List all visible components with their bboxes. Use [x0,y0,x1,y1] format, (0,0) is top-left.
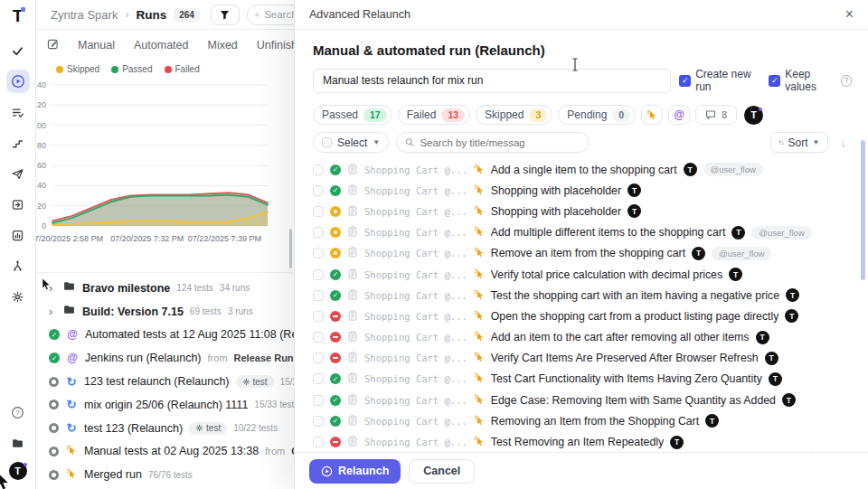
automated-filter-button[interactable]: @ [668,105,690,125]
branch-icon[interactable] [6,254,30,277]
breadcrumb-separator: › [125,8,128,21]
keep-values-checkbox[interactable]: ✓ Keep values ? [769,68,852,93]
manual-test-icon [474,434,485,450]
test-row[interactable]: Shopping Cart @...Add multiple different… [313,222,852,243]
tab-mixed[interactable]: Mixed [207,39,237,52]
from-label: from [208,353,228,363]
run-row[interactable]: ↻mix origin 25/06 (Relaunch) 111115/33 t… [36,393,294,417]
row-checkbox[interactable] [313,395,324,406]
row-checkbox[interactable] [313,332,324,343]
play-circle-icon[interactable] [6,70,30,93]
left-panel-scrollbar[interactable] [289,229,292,268]
download-arrow-icon[interactable]: ↓ [835,136,853,149]
milestone-row[interactable]: ›Build: Version 7.1569 tests3 runs [36,300,294,324]
cancel-button[interactable]: Cancel [409,459,475,484]
manual-filter-button[interactable] [641,105,663,125]
tab-manual[interactable]: Manual [78,39,115,52]
assignee-filter-avatar[interactable]: T [744,106,763,125]
folder-name: Bravo milestone [82,282,170,295]
run-row[interactable]: ✓@Automated tests at 12 Aug 2025 11:08 (… [36,324,294,347]
compose-icon[interactable] [47,37,59,53]
relaunch-refresh-icon: ↻ [65,376,78,388]
gear-icon[interactable] [6,285,30,308]
test-row[interactable]: ✓Shopping Cart @...Edge Case: Removing I… [313,390,852,410]
row-checkbox[interactable] [313,248,324,259]
user-avatar[interactable]: T [9,462,27,480]
test-title: Shopping with placeholder [491,184,621,197]
test-row[interactable]: ✓Shopping Cart @...Add a single item to … [313,159,852,180]
test-row[interactable]: ✓Shopping Cart @...Removing an Item from… [313,410,852,431]
folder-icon[interactable] [6,431,30,455]
tests-scrollbar[interactable] [861,140,865,280]
paper-plane-icon[interactable] [6,162,30,185]
create-new-run-checkbox[interactable]: ✓ Create new run [679,68,760,93]
run-row[interactable]: ✓@Jenkins run (Relaunch)fromRelease Run … [36,346,294,370]
row-checkbox[interactable] [313,311,324,322]
run-name-input[interactable] [313,69,671,93]
run-row[interactable]: Merged run76/76 tests [36,463,294,486]
status-neutral-icon [49,377,59,387]
row-checkbox[interactable] [313,185,324,196]
assignee-avatar: T [692,247,705,260]
report-icon[interactable] [6,223,30,247]
row-checkbox[interactable] [313,437,324,447]
status-passed-icon: ✓ [330,290,341,301]
select-dropdown[interactable]: Select ▼ [313,132,389,153]
folder-icon [62,279,76,296]
row-checkbox[interactable] [313,206,324,217]
test-row[interactable]: Shopping Cart @...Test Removing an Item … [313,431,852,452]
list-check-icon[interactable] [6,100,30,124]
app-logo[interactable]: T [13,7,24,24]
check-icon[interactable] [6,39,30,62]
status-filters: Passed17Failed13Skipped3Pending0 @ 8 T [313,105,852,125]
select-all-checkbox[interactable] [322,137,332,147]
test-row[interactable]: ✓Shopping Cart @...Test the shopping car… [313,285,852,306]
breadcrumb-current[interactable]: Runs [136,8,166,22]
test-row[interactable]: Shopping Cart @...Open the shopping cart… [313,306,852,326]
chevron-right-icon[interactable]: › [49,305,56,318]
filter-pending-button[interactable]: Pending0 [558,105,636,125]
sort-dropdown[interactable]: ↑↓ Sort ▼ [770,132,828,153]
row-checkbox[interactable] [313,290,324,301]
run-tag: test [236,375,274,388]
breadcrumb-brand[interactable]: Zyntra Spark [51,8,118,22]
comments-filter-button[interactable]: 8 [695,105,737,125]
relaunch-button[interactable]: Relaunch [309,459,401,484]
test-row[interactable]: Shopping Cart @...Shopping with placehol… [313,201,852,221]
filter-button[interactable] [211,5,240,25]
manual-test-icon [474,350,485,366]
row-checkbox[interactable] [313,353,324,363]
test-row[interactable]: ✓Shopping Cart @...Verify total price ca… [313,264,852,285]
milestone-row[interactable]: ›Bravo milestone124 tests34 runs [36,277,294,300]
close-icon[interactable]: × [845,7,854,22]
manual-test-icon [474,203,485,220]
row-checkbox[interactable] [313,373,324,384]
help-icon[interactable]: ? [6,400,30,424]
filter-passed-button[interactable]: Passed17 [313,105,392,125]
run-row[interactable]: Manual tests at 02 Aug 2025 13:38fromCus… [36,440,294,464]
run-row[interactable]: ↻123 test relaunch (Relaunch)test15/23 t… [36,370,294,393]
stairs-icon[interactable] [6,131,30,155]
from-value: Release Run 1.0 [234,353,294,363]
tab-automated[interactable]: Automated [134,39,188,52]
filter-failed-button[interactable]: Failed13 [398,105,470,125]
tests-search-field[interactable] [420,137,580,148]
test-row[interactable]: Shopping Cart @...Add an item to the car… [313,327,852,348]
test-row[interactable]: Shopping Cart @...Verify Cart Items Are … [313,348,852,369]
help-tooltip-icon[interactable]: ? [841,75,852,87]
row-checkbox[interactable] [313,269,324,280]
test-suite: Shopping Cart @... [364,332,467,343]
test-row[interactable]: ✓Shopping Cart @...Test Cart Functionali… [313,369,852,390]
test-row[interactable]: ✓Shopping Cart @...Shopping with placeho… [313,180,852,201]
clipboard-icon [347,267,358,283]
assignee-avatar: T [684,163,697,176]
filter-skipped-button[interactable]: Skipped3 [476,105,552,125]
row-checkbox[interactable] [313,227,324,238]
svg-text:40: 40 [37,181,46,190]
import-icon[interactable] [6,193,30,216]
row-checkbox[interactable] [313,165,324,175]
test-row[interactable]: Shopping Cart @...Remove an item from th… [313,243,852,264]
row-checkbox[interactable] [313,416,324,427]
run-row[interactable]: ↻test 123 (Relaunch)test10/22 tests [36,417,294,440]
tests-search-input[interactable] [396,132,590,153]
